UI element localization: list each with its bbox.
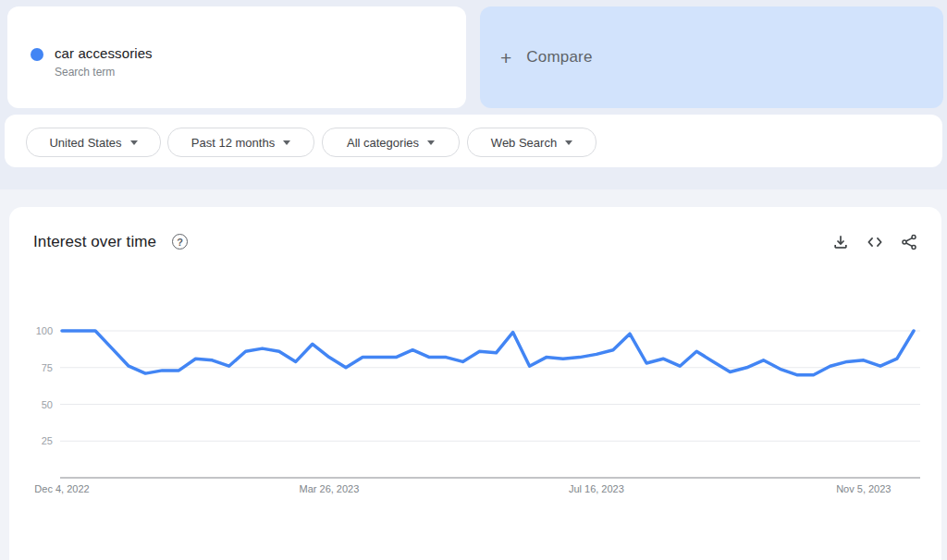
category-filter-label: All categories xyxy=(347,136,419,150)
time-range-filter-dropdown[interactable]: Past 12 months xyxy=(167,128,314,157)
svg-text:75: 75 xyxy=(42,362,53,373)
svg-text:Jul 16, 2023: Jul 16, 2023 xyxy=(569,483,624,494)
search-term-type-label: Search term xyxy=(55,66,115,79)
svg-text:50: 50 xyxy=(42,399,53,410)
search-term-text: car accessories xyxy=(55,45,153,61)
filters-bar: United States Past 12 months All categor… xyxy=(5,115,942,167)
svg-text:Dec 4, 2022: Dec 4, 2022 xyxy=(34,483,89,494)
category-filter-dropdown[interactable]: All categories xyxy=(322,128,460,157)
interest-over-time-chart: 255075100Dec 4, 2022Mar 26, 2023Jul 16, … xyxy=(9,207,941,560)
dropdown-caret-icon xyxy=(130,140,138,145)
svg-text:Nov 5, 2023: Nov 5, 2023 xyxy=(836,483,891,494)
series-color-dot-icon xyxy=(31,48,43,61)
compare-label: Compare xyxy=(526,48,592,67)
svg-text:100: 100 xyxy=(36,325,53,336)
dropdown-caret-icon xyxy=(565,140,572,145)
geo-filter-label: United States xyxy=(49,136,121,150)
search-type-filter-label: Web Search xyxy=(491,136,557,150)
interest-over-time-card: Interest over time ? xyxy=(9,207,941,560)
dropdown-caret-icon xyxy=(427,140,435,145)
time-range-filter-label: Past 12 months xyxy=(191,136,275,150)
google-trends-explore-page: car accessories Search term + Compare Un… xyxy=(0,0,947,560)
search-type-filter-dropdown[interactable]: Web Search xyxy=(467,128,596,157)
svg-text:Mar 26, 2023: Mar 26, 2023 xyxy=(300,483,360,494)
compare-add-term-button[interactable]: + Compare xyxy=(480,6,943,108)
geo-filter-dropdown[interactable]: United States xyxy=(26,128,161,157)
plus-icon: + xyxy=(500,48,511,67)
dropdown-caret-icon xyxy=(283,140,290,145)
svg-text:25: 25 xyxy=(42,435,53,446)
search-term-card[interactable]: car accessories Search term xyxy=(7,6,466,108)
